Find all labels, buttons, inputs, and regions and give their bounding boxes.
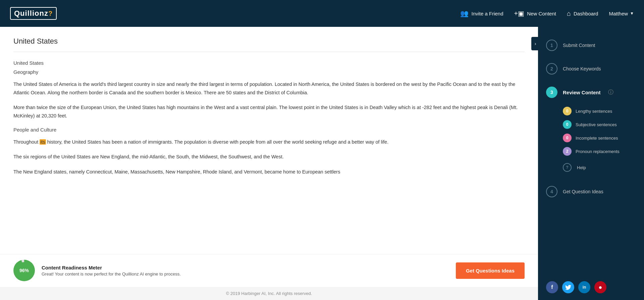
paragraph-4: The six regions of the United States are… [13,153,525,161]
progress-circle: 96% [13,260,35,281]
help-item[interactable]: ? Help [555,158,644,177]
para3-highlight: its [40,139,46,145]
review-sub-pronoun[interactable]: 2 Pronoun replacements [563,147,636,156]
invite-icon: 👥 [460,9,469,17]
incomplete-count: 0 [566,136,569,140]
step-2-item[interactable]: 2 Choose Keywords [538,57,644,81]
subjective-count: 0 [566,122,569,127]
new-content-icon: +▣ [514,9,525,17]
logo-box: Quillionz? [10,7,57,20]
facebook-icon[interactable]: f [546,281,558,293]
readiness-text: Content Readiness Meter Great! Your cont… [42,265,181,277]
review-subitems: 0 Lengthy sentences 0 Subjective sentenc… [538,104,644,158]
paragraph-3: Throughout its history, the United State… [13,138,525,146]
lengthy-count: 0 [566,109,569,113]
invite-label: Invite a Friend [471,11,503,16]
social-bar: f in ● [538,228,644,300]
dashboard-icon: ⌂ [567,10,571,17]
user-menu[interactable]: Matthew ▼ [609,11,634,16]
section1-title: United States [13,60,525,66]
review-sub-incomplete[interactable]: 0 Incomplete sentences [563,134,636,142]
lengthy-label: Lengthy sentences [576,109,612,114]
step-2-circle: 2 [546,63,557,74]
step-4-circle: 4 [546,186,557,197]
pronoun-count: 2 [566,149,569,154]
paragraph-5: The New England states, namely Connectic… [13,168,525,176]
info-icon[interactable]: ⓘ [608,89,613,96]
logo[interactable]: Quillionz? [10,7,57,20]
para3-before: Throughout [13,139,40,145]
new-content-label: New Content [527,11,556,16]
pronoun-label: Pronoun replacements [576,149,620,154]
step-1-item[interactable]: 1 Submit Content [538,34,644,57]
para3-after: history, the United States has been a na… [46,139,388,145]
sidebar-steps: 1 Submit Content 2 Choose Keywords 3 Rev… [538,27,644,203]
subjective-badge: 0 [563,120,572,129]
bottom-bar: 96% Content Readiness Meter Great! Your … [0,254,538,287]
sidebar-toggle-button[interactable]: › [531,37,539,50]
logo-text: Quillionz [14,9,48,17]
step-4-label: Get Question Ideas [563,189,603,194]
review-sub-subjective[interactable]: 0 Subjective sentences [563,120,636,129]
paragraph-1: The United States of America is the worl… [13,80,525,97]
user-name: Matthew [609,11,628,16]
linkedin-icon[interactable]: in [578,281,590,293]
section2-title: Geography [13,69,525,75]
step-1-circle: 1 [546,40,557,51]
right-sidebar: › 1 Submit Content 2 Choose Keywords 3 [538,27,644,300]
step-1-label: Submit Content [563,43,595,48]
twitter-icon[interactable] [562,281,574,293]
step-4-number: 4 [550,189,553,194]
help-badge: ? [563,163,572,172]
dashboard-label: Dashboard [574,11,598,16]
page-title: United States [13,37,525,46]
step-3-label: Review Content [563,90,601,95]
help-label: Help [577,165,586,170]
readiness-title: Content Readiness Meter [42,265,181,270]
progress-value: 96% [16,262,33,279]
pinterest-icon[interactable]: ● [594,281,606,293]
step-3-circle: 3 [546,87,557,98]
header-nav: 👥 Invite a Friend +▣ New Content ⌂ Dashb… [460,9,634,17]
section3-title: People and Culture [13,127,525,133]
content-divider [13,52,525,52]
chevron-right-icon: › [535,41,536,46]
chevron-down-icon: ▼ [630,11,634,16]
incomplete-label: Incomplete sentences [576,136,618,141]
subjective-label: Subjective sentences [576,122,617,127]
step-3-item[interactable]: 3 Review Content ⓘ [538,81,644,104]
step-2-label: Choose Keywords [563,66,601,71]
logo-question-mark: ? [48,10,53,17]
get-questions-button[interactable]: Get Questions Ideas [456,262,525,279]
step-2-number: 2 [550,66,553,71]
pronoun-badge: 2 [563,147,572,156]
review-sub-lengthy[interactable]: 0 Lengthy sentences [563,107,636,115]
new-content-link[interactable]: +▣ New Content [514,9,556,17]
step-3-number: 3 [550,90,553,95]
footer: © 2019 Harbinger AI, Inc. All rights res… [0,287,538,300]
invite-friend-link[interactable]: 👥 Invite a Friend [460,9,503,17]
main-header: Quillionz? 👥 Invite a Friend +▣ New Cont… [0,0,644,27]
step-4-item[interactable]: 4 Get Question Ideas [538,180,644,203]
step-1-number: 1 [550,43,553,48]
paragraph-2: More than twice the size of the European… [13,103,525,120]
dashboard-link[interactable]: ⌂ Dashboard [567,10,598,17]
readiness-description: Great! Your content is now perfect for t… [42,271,181,277]
lengthy-badge: 0 [563,107,572,115]
incomplete-badge: 0 [563,134,572,142]
footer-text: © 2019 Harbinger AI, Inc. All rights res… [226,291,312,296]
